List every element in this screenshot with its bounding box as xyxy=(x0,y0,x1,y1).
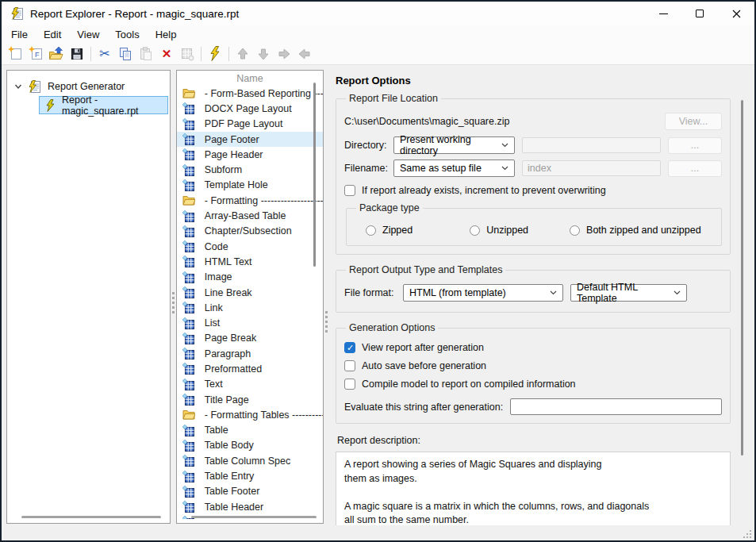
cut-button[interactable]: ✂ xyxy=(94,44,115,63)
move-right-button[interactable] xyxy=(274,44,294,63)
list-item-label: Template Hole xyxy=(205,179,268,190)
list-item[interactable]: Table Column Spec xyxy=(177,453,323,468)
close-button[interactable] xyxy=(718,2,754,25)
list-item[interactable]: Table Footer xyxy=(177,484,323,499)
chevron-down-icon xyxy=(13,82,23,91)
compile-model-checkbox[interactable] xyxy=(344,379,355,390)
tree-root-report-generator[interactable]: Report Generator xyxy=(7,77,170,96)
list-item[interactable]: Title Page xyxy=(177,392,323,407)
list-item[interactable]: Table Body xyxy=(177,438,323,453)
delete-button[interactable]: ✕ xyxy=(156,44,177,63)
vertical-scrollbar-thumb[interactable] xyxy=(313,83,316,267)
move-left-button[interactable] xyxy=(294,44,315,63)
evaluate-string-label: Evaluate this string after generation: xyxy=(344,402,503,413)
open-button[interactable] xyxy=(46,44,67,63)
list-item[interactable]: Table Header xyxy=(177,499,323,514)
resize-grip-icon[interactable] xyxy=(742,529,751,538)
horizontal-scrollbar-thumb[interactable] xyxy=(191,516,317,518)
component-grid-icon xyxy=(182,455,195,467)
menu-view[interactable]: View xyxy=(75,29,101,40)
directory-path-field[interactable] xyxy=(522,137,661,153)
list-item[interactable]: - Formatting Tables ---------------- xyxy=(177,407,323,422)
component-grid-icon xyxy=(182,333,195,344)
zipped-radio-label: Zipped xyxy=(382,225,413,236)
component-grid-icon xyxy=(182,486,195,498)
list-item[interactable]: Preformatted xyxy=(177,361,323,376)
maximize-button[interactable] xyxy=(681,2,718,25)
list-item-label: Page Break xyxy=(205,333,256,344)
list-item[interactable]: Line Break xyxy=(177,285,323,300)
list-item[interactable]: Text xyxy=(177,377,323,392)
both-zipped-radio[interactable] xyxy=(570,225,580,236)
list-item[interactable]: Subform xyxy=(177,162,323,177)
minimize-button[interactable] xyxy=(645,2,681,25)
new-setup-button[interactable] xyxy=(5,44,25,63)
list-item[interactable]: Chapter/Subsection xyxy=(177,224,323,239)
list-item[interactable]: Page Break xyxy=(177,331,323,346)
tree-item-report-selected[interactable]: Report - magic_square.rpt xyxy=(39,96,168,114)
list-item[interactable]: - Form-Based Reporting ------------ xyxy=(177,86,323,101)
list-item-label: Line Break xyxy=(205,287,252,298)
directory-select-value: Present working directory xyxy=(400,134,497,156)
view-report-checkbox[interactable] xyxy=(344,342,355,353)
menu-tools[interactable]: Tools xyxy=(113,29,140,40)
copy-button[interactable] xyxy=(115,44,136,63)
list-item-label: Table xyxy=(205,425,228,436)
save-button[interactable] xyxy=(67,44,87,63)
list-item[interactable]: DOCX Page Layout xyxy=(177,101,323,116)
main-area: Report Generator Report - magic_square.r… xyxy=(2,65,754,525)
filename-label: Filename: xyxy=(344,163,393,174)
list-item[interactable]: Code xyxy=(177,239,323,254)
vertical-scrollbar-thumb[interactable] xyxy=(741,100,743,456)
list-item[interactable]: PDF Page Layout xyxy=(177,117,323,132)
list-item[interactable]: Template Hole xyxy=(177,178,323,193)
list-item[interactable]: Paragraph xyxy=(177,346,323,361)
directory-select[interactable]: Present working directory xyxy=(393,136,515,154)
list-item[interactable]: Array-Based Table xyxy=(177,208,323,223)
horizontal-scrollbar-thumb[interactable] xyxy=(21,516,161,518)
list-item[interactable]: Page Header xyxy=(177,147,323,162)
filename-browse-button[interactable]: ... xyxy=(668,160,722,177)
list-item[interactable]: List xyxy=(177,315,323,330)
panel-splitter[interactable] xyxy=(171,70,176,525)
unzipped-radio-label: Unzipped xyxy=(486,225,528,236)
table-button[interactable] xyxy=(177,44,198,63)
view-button[interactable]: View... xyxy=(665,113,722,130)
component-grid-icon xyxy=(182,394,195,406)
lightning-bolt-icon xyxy=(209,46,221,61)
evaluate-string-input[interactable] xyxy=(510,398,722,415)
auto-save-checkbox[interactable] xyxy=(344,360,355,371)
menu-edit[interactable]: Edit xyxy=(42,29,63,40)
filename-field[interactable] xyxy=(522,160,661,176)
zipped-radio[interactable] xyxy=(366,225,376,236)
generate-report-button[interactable] xyxy=(205,44,225,63)
menu-bar: File Edit View Tools Help xyxy=(2,25,754,43)
filename-select[interactable]: Same as setup file xyxy=(393,160,515,177)
list-item[interactable]: Page Footer xyxy=(177,132,323,147)
report-description-textarea[interactable]: A report showing a series of Magic Squar… xyxy=(336,452,731,528)
panel-splitter[interactable] xyxy=(324,70,329,525)
list-column-header-name[interactable]: Name xyxy=(177,71,323,86)
increment-checkbox[interactable] xyxy=(344,185,355,196)
move-up-button[interactable] xyxy=(232,44,253,63)
list-item-label: Table Footer xyxy=(205,486,259,497)
template-select[interactable]: Default HTML Template xyxy=(570,284,687,302)
generation-options-legend: Generation Options xyxy=(346,322,438,333)
menu-file[interactable]: File xyxy=(10,29,29,40)
generation-options-group: Generation Options View report after gen… xyxy=(336,322,731,424)
unzipped-radio[interactable] xyxy=(470,225,480,236)
tree-selected-label: Report - magic_square.rpt xyxy=(62,94,167,117)
list-item[interactable]: Table Entry xyxy=(177,468,323,483)
menu-help[interactable]: Help xyxy=(154,29,178,40)
list-item[interactable]: Image xyxy=(177,270,323,285)
file-format-select[interactable]: HTML (from template) xyxy=(403,284,563,302)
list-item[interactable]: - Formatting ---------------------- xyxy=(177,193,323,208)
list-item[interactable]: Link xyxy=(177,300,323,315)
directory-browse-button[interactable]: ... xyxy=(668,137,722,154)
move-down-button[interactable] xyxy=(253,44,274,63)
paste-button[interactable] xyxy=(136,44,156,63)
list-item[interactable]: HTML Text xyxy=(177,254,323,269)
list-item[interactable]: Table xyxy=(177,423,323,438)
list-item-label: DOCX Page Layout xyxy=(205,103,292,114)
new-form-button[interactable]: F xyxy=(25,44,46,63)
